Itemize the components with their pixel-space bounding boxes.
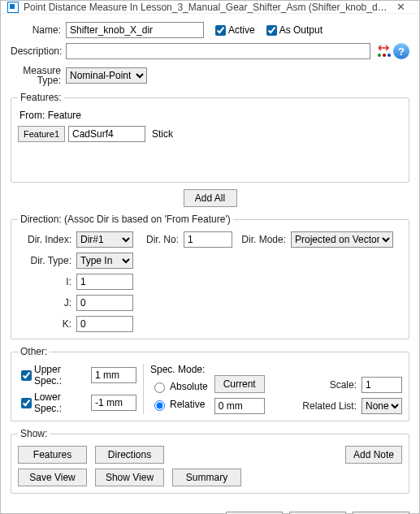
summary-button[interactable]: Summary xyxy=(172,469,241,486)
feature1-input[interactable] xyxy=(68,126,145,142)
active-checkbox-label: Active xyxy=(228,24,255,36)
description-label: Description: xyxy=(11,45,66,57)
name-label: Name: xyxy=(11,24,66,36)
upper-spec-checkbox-input[interactable] xyxy=(21,370,32,381)
dir-index-label: Dir. Index: xyxy=(18,234,76,245)
scale-input[interactable] xyxy=(362,377,402,393)
svg-point-0 xyxy=(378,54,381,57)
dir-mode-select[interactable]: Projected on Vector xyxy=(291,231,393,248)
dir-mode-label: Dir. Mode: xyxy=(232,234,291,245)
close-icon[interactable]: ✕ xyxy=(388,1,413,13)
feature-suffix-label: Stick xyxy=(152,128,173,140)
spec-mode-label: Spec. Mode: xyxy=(150,364,208,375)
dir-row-1: Dir. Index: Dir#1 Dir. No: Dir. Mode: Pr… xyxy=(18,231,402,248)
related-list-label: Related List: xyxy=(301,400,362,412)
measure-type-label: Measure Type: xyxy=(11,66,66,85)
description-input[interactable] xyxy=(66,43,370,59)
direction-group: Direction: (Assoc Dir is based on 'From … xyxy=(11,214,409,339)
show-legend: Show: xyxy=(18,428,50,439)
lower-spec-checkbox[interactable]: Lower Spec.: xyxy=(18,391,91,414)
relative-radio-label: Relative xyxy=(170,399,205,410)
active-checkbox[interactable]: Active xyxy=(212,23,255,38)
i-input[interactable] xyxy=(76,274,133,290)
current-value-input[interactable] xyxy=(214,398,265,414)
arrows-icon[interactable] xyxy=(375,43,392,59)
features-legend: Features: xyxy=(18,92,64,103)
as-output-checkbox-input[interactable] xyxy=(266,25,277,36)
upper-spec-checkbox[interactable]: Upper Spec.: xyxy=(18,364,91,387)
name-row: Name: Active As Output xyxy=(11,22,409,38)
k-input[interactable] xyxy=(76,316,133,332)
name-input[interactable] xyxy=(66,22,204,38)
window-title: Point Distance Measure In Lesson_3_Manua… xyxy=(24,2,388,13)
dialog-window: Point Distance Measure In Lesson_3_Manua… xyxy=(0,0,420,514)
scale-label: Scale: xyxy=(301,379,362,391)
as-output-checkbox-label: As Output xyxy=(279,24,323,36)
save-view-button[interactable]: Save View xyxy=(18,469,87,486)
related-list-select[interactable]: None xyxy=(362,398,402,414)
j-row: J: xyxy=(18,295,402,311)
dir-no-input[interactable] xyxy=(184,231,232,248)
absolute-radio[interactable]: Absolute xyxy=(150,380,208,393)
dialog-body: Name: Active As Output Description: ? Me… xyxy=(1,14,419,507)
dir-no-label: Dir. No: xyxy=(133,234,184,245)
show-view-button[interactable]: Show View xyxy=(95,469,164,486)
other-group: Other: Upper Spec.: Lower Spec.: xyxy=(11,346,409,421)
show-group: Show: Features Directions Add Note Save … xyxy=(11,428,409,494)
i-label: I: xyxy=(18,276,76,287)
relative-radio[interactable]: Relative xyxy=(150,398,208,411)
titlebar: Point Distance Measure In Lesson_3_Manua… xyxy=(1,1,419,14)
dir-type-select[interactable]: Type In xyxy=(76,253,133,269)
current-button[interactable]: Current xyxy=(214,375,265,393)
relative-radio-input[interactable] xyxy=(154,400,165,411)
lower-spec-label: Lower Spec.: xyxy=(34,391,91,414)
svg-point-2 xyxy=(388,54,391,57)
dir-index-select[interactable]: Dir#1 xyxy=(76,231,133,248)
upper-spec-input[interactable] xyxy=(91,367,136,383)
k-row: K: xyxy=(18,316,402,332)
lower-spec-checkbox-input[interactable] xyxy=(21,398,32,408)
features-group: Features: From: Feature Feature1 Stick xyxy=(11,92,409,183)
direction-legend: Direction: (Assoc Dir is based on 'From … xyxy=(18,214,233,225)
description-row: Description: ? xyxy=(11,43,409,59)
lower-spec-input[interactable] xyxy=(91,395,136,411)
feature-row: Feature1 Stick xyxy=(18,126,402,142)
directions-button[interactable]: Directions xyxy=(95,446,164,464)
dialog-buttons: OK Apply Cancel xyxy=(1,507,419,514)
absolute-radio-input[interactable] xyxy=(154,382,165,393)
measure-type-row: Measure Type: Nominal-Point xyxy=(11,66,409,85)
j-label: J: xyxy=(18,297,76,309)
upper-spec-label: Upper Spec.: xyxy=(34,364,91,387)
absolute-radio-label: Absolute xyxy=(170,381,208,392)
feature1-button[interactable]: Feature1 xyxy=(18,126,65,142)
features-button[interactable]: Features xyxy=(18,446,87,464)
add-note-button[interactable]: Add Note xyxy=(345,446,402,464)
dir-row-2: Dir. Type: Type In xyxy=(18,253,402,269)
add-all-button[interactable]: Add All xyxy=(184,189,237,207)
help-icon[interactable]: ? xyxy=(393,43,409,59)
from-feature-label: From: Feature xyxy=(19,110,402,121)
i-row: I: xyxy=(18,274,402,290)
as-output-checkbox[interactable]: As Output xyxy=(263,23,323,38)
other-legend: Other: xyxy=(18,346,50,357)
svg-point-1 xyxy=(383,54,386,57)
k-label: K: xyxy=(18,318,76,330)
dir-type-label: Dir. Type: xyxy=(18,255,76,266)
measure-type-select[interactable]: Nominal-Point xyxy=(66,67,147,84)
active-checkbox-input[interactable] xyxy=(215,25,226,36)
app-icon xyxy=(7,2,19,13)
add-all-row: Add All xyxy=(11,189,409,207)
j-input[interactable] xyxy=(76,295,133,311)
